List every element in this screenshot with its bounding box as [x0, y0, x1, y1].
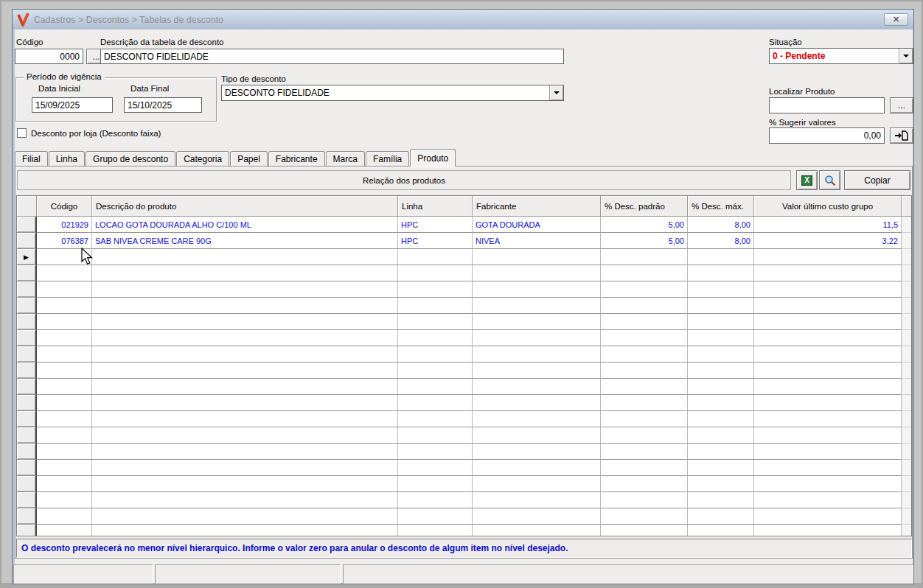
grid-cell[interactable]	[601, 249, 688, 265]
grid-cell[interactable]	[754, 460, 902, 476]
grid-header--desc-padrao[interactable]: % Desc. padrão	[601, 196, 688, 217]
grid-cell[interactable]	[92, 363, 398, 379]
grid-cell[interactable]	[601, 363, 688, 379]
grid-cell[interactable]	[37, 281, 92, 298]
grid-cell[interactable]	[754, 265, 902, 281]
grid-cell[interactable]	[601, 281, 688, 298]
export-excel-button[interactable]: X	[796, 170, 818, 190]
grid-cell[interactable]	[473, 346, 601, 363]
grid-cell[interactable]	[601, 508, 688, 525]
grid-cell[interactable]	[601, 298, 688, 314]
grid-cell[interactable]	[37, 314, 92, 330]
grid-cell[interactable]	[37, 525, 92, 536]
grid-cell[interactable]	[754, 298, 902, 314]
grid-cell[interactable]	[92, 379, 398, 395]
window-titlebar[interactable]: Cadastros > Descontos > Tabelas de desco…	[13, 10, 913, 29]
grid-cell[interactable]	[37, 492, 92, 508]
row-selector[interactable]	[17, 346, 37, 363]
row-selector[interactable]	[17, 476, 37, 492]
grid-cell[interactable]	[473, 411, 601, 427]
grid-cell[interactable]	[473, 249, 601, 265]
grid-cell[interactable]	[398, 298, 473, 314]
grid-cell[interactable]	[601, 476, 688, 492]
row-selector[interactable]	[17, 217, 37, 233]
tipo-desconto-select[interactable]: DESCONTO FIDELIDADE	[221, 85, 564, 101]
grid-cell[interactable]	[688, 249, 754, 265]
grid-cell[interactable]	[688, 427, 754, 444]
tab-papel[interactable]: Papel	[230, 151, 268, 167]
grid-cell[interactable]	[92, 346, 398, 363]
codigo-input[interactable]	[15, 49, 83, 64]
data-inicial-input[interactable]	[32, 97, 113, 113]
tab-linha[interactable]: Linha	[49, 151, 85, 167]
grid-cell[interactable]	[398, 508, 473, 525]
grid-cell[interactable]	[473, 314, 601, 330]
row-selector[interactable]	[17, 265, 37, 281]
grid-cell[interactable]	[688, 492, 754, 508]
grid-cell[interactable]	[398, 427, 473, 444]
grid-cell[interactable]	[688, 363, 754, 379]
grid-header-descricao-do-produto[interactable]: Descrição do produto	[92, 196, 398, 217]
grid-cell[interactable]	[473, 444, 601, 460]
localizar-produto-input[interactable]	[769, 97, 885, 113]
grid-cell[interactable]	[754, 281, 902, 298]
row-selector[interactable]: ▶	[17, 249, 37, 265]
grid-cell[interactable]: HPC	[398, 233, 473, 249]
grid-cell[interactable]	[92, 508, 398, 525]
grid-cell[interactable]: 076387	[37, 233, 92, 249]
grid-cell[interactable]	[601, 395, 688, 411]
tab-filial[interactable]: Filial	[15, 151, 48, 167]
grid-cell[interactable]	[754, 330, 902, 346]
grid-cell[interactable]	[754, 508, 902, 525]
grid-cell[interactable]: LOCAO GOTA DOURADA ALHO C/100 ML	[92, 217, 398, 233]
grid-cell[interactable]	[688, 281, 754, 298]
row-selector[interactable]	[17, 444, 37, 460]
grid-cell[interactable]	[754, 395, 902, 411]
grid-cell[interactable]	[398, 281, 473, 298]
grid-cell[interactable]: 8,00	[688, 233, 754, 249]
apply-sugerir-button[interactable]	[890, 127, 913, 144]
grid-cell[interactable]	[398, 249, 473, 265]
grid-cell[interactable]: GOTA DOURADA	[473, 217, 601, 233]
grid-cell[interactable]	[688, 444, 754, 460]
grid-cell[interactable]	[688, 330, 754, 346]
grid-header--desc-max-[interactable]: % Desc. máx.	[688, 196, 754, 217]
grid-cell[interactable]	[92, 444, 398, 460]
grid-cell[interactable]	[398, 314, 473, 330]
grid-cell[interactable]	[92, 298, 398, 314]
grid-cell[interactable]	[398, 379, 473, 395]
grid-cell[interactable]: NIVEA	[473, 233, 601, 249]
descricao-input[interactable]	[100, 49, 564, 64]
tab-marca[interactable]: Marca	[326, 151, 365, 167]
close-button[interactable]: ✕	[884, 13, 908, 26]
grid-cell[interactable]: 5,00	[601, 233, 688, 249]
grid-header-fabricante[interactable]: Fabricante	[473, 196, 601, 217]
row-selector[interactable]	[17, 411, 37, 427]
grid-cell[interactable]	[92, 314, 398, 330]
grid-cell[interactable]	[473, 476, 601, 492]
grid-cell[interactable]	[92, 427, 398, 444]
grid-cell[interactable]	[473, 427, 601, 444]
grid-cell[interactable]	[473, 330, 601, 346]
grid-cell[interactable]	[37, 395, 92, 411]
grid-cell[interactable]	[688, 298, 754, 314]
grid-cell[interactable]: HPC	[398, 217, 473, 233]
grid-cell[interactable]	[92, 411, 398, 427]
row-selector[interactable]	[17, 427, 37, 444]
grid-cell[interactable]	[37, 330, 92, 346]
row-selector[interactable]	[17, 525, 37, 536]
grid-cell[interactable]	[688, 314, 754, 330]
row-selector[interactable]	[17, 281, 37, 298]
grid-cell[interactable]: SAB NIVEA CREME CARE 90G	[92, 233, 398, 249]
grid-cell[interactable]	[37, 427, 92, 444]
grid-cell[interactable]	[754, 492, 902, 508]
grid-cell[interactable]	[473, 460, 601, 476]
grid-cell[interactable]: 021929	[37, 217, 92, 233]
grid-cell[interactable]	[601, 427, 688, 444]
grid-cell[interactable]	[37, 379, 92, 395]
tab-produto[interactable]: Produto	[410, 149, 456, 167]
grid-cell[interactable]	[601, 411, 688, 427]
grid-cell[interactable]	[398, 492, 473, 508]
grid-cell[interactable]	[688, 508, 754, 525]
row-selector[interactable]	[17, 233, 37, 249]
